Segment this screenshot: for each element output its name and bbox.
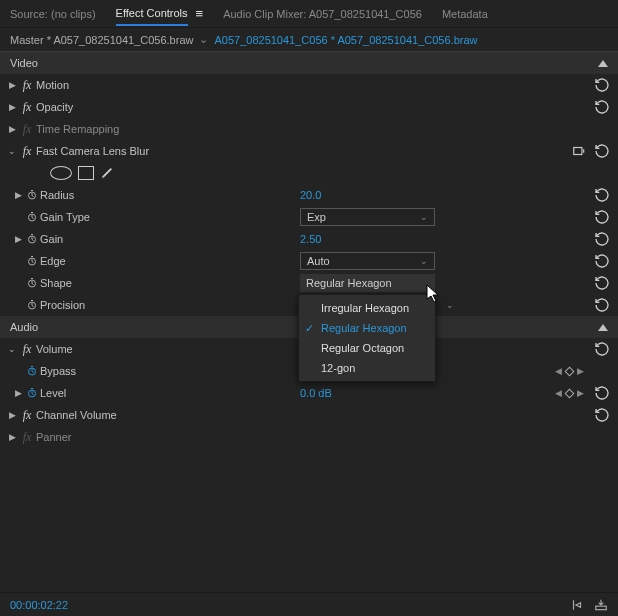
dropdown-value: Exp	[307, 211, 326, 223]
menu-item-12-gon[interactable]: 12-gon	[299, 358, 435, 378]
clip-path-row: Master * A057_08251041_C056.braw ⌄ A057_…	[0, 28, 618, 52]
menu-item-irregular-hexagon[interactable]: Irregular Hexagon	[299, 298, 435, 318]
sequence-clip-label[interactable]: A057_08251041_C056 * A057_08251041_C056.…	[214, 34, 477, 46]
prev-keyframe-icon[interactable]: ◀	[555, 366, 562, 376]
menu-item-label: Regular Octagon	[321, 342, 404, 354]
expand-caret[interactable]: ▶	[6, 123, 18, 135]
expand-caret[interactable]: ▶	[6, 101, 18, 113]
chevron-down-icon[interactable]: ⌄	[446, 300, 454, 310]
param-edge-row[interactable]: Edge Auto ⌄	[0, 250, 618, 272]
reset-button[interactable]	[594, 294, 610, 316]
effect-opacity-row[interactable]: ▶ fx Opacity	[0, 96, 618, 118]
stopwatch-icon[interactable]	[24, 231, 40, 247]
collapse-up-icon[interactable]	[598, 324, 608, 331]
pin-icon[interactable]	[572, 144, 586, 158]
param-value[interactable]: 20.0	[300, 189, 321, 201]
expand-caret[interactable]: ▶	[6, 409, 18, 421]
effect-time-remapping-row[interactable]: ▶ fx Time Remapping	[0, 118, 618, 140]
pen-mask-tool[interactable]	[100, 164, 116, 182]
param-label: Gain	[40, 233, 63, 245]
svg-rect-9	[596, 606, 607, 610]
param-value[interactable]: 2.50	[300, 233, 321, 245]
effect-channel-volume-row[interactable]: ▶ fx Channel Volume	[0, 404, 618, 426]
stopwatch-active-icon[interactable]	[24, 363, 40, 379]
reset-button[interactable]	[594, 140, 610, 162]
reset-button[interactable]	[594, 382, 610, 404]
fx-badge-off[interactable]: fx	[18, 430, 36, 445]
reset-button[interactable]	[594, 228, 610, 250]
edge-dropdown[interactable]: Auto ⌄	[300, 252, 435, 270]
ellipse-mask-tool[interactable]	[50, 166, 72, 180]
stopwatch-icon[interactable]	[24, 275, 40, 291]
param-shape-row[interactable]: Shape Regular Hexagon	[0, 272, 618, 294]
master-clip-label[interactable]: Master * A057_08251041_C056.braw	[10, 34, 193, 46]
keyframe-nav[interactable]: ◀ ▶	[555, 382, 584, 404]
next-keyframe-icon[interactable]: ▶	[577, 388, 584, 398]
stopwatch-icon[interactable]	[24, 297, 40, 313]
menu-item-regular-octagon[interactable]: Regular Octagon	[299, 338, 435, 358]
fx-badge[interactable]: fx	[18, 342, 36, 357]
expand-caret[interactable]: ▶	[12, 233, 24, 245]
reset-button[interactable]	[594, 338, 610, 360]
effect-label: Fast Camera Lens Blur	[36, 145, 149, 157]
add-keyframe-icon[interactable]	[565, 366, 575, 376]
shape-dropdown[interactable]: Regular Hexagon	[300, 274, 435, 292]
tab-metadata[interactable]: Metadata	[442, 8, 488, 20]
stopwatch-active-icon[interactable]	[24, 385, 40, 401]
dropdown-value: Auto	[307, 255, 330, 267]
playhead-sync-icon[interactable]	[570, 598, 584, 612]
stopwatch-icon[interactable]	[24, 209, 40, 225]
tab-audio-mixer[interactable]: Audio Clip Mixer: A057_08251041_C056	[223, 8, 422, 20]
reset-button[interactable]	[594, 272, 610, 294]
param-level-row[interactable]: ▶ Level 0.0 dB ◀ ▶	[0, 382, 618, 404]
param-gain-row[interactable]: ▶ Gain 2.50	[0, 228, 618, 250]
panel-menu-icon[interactable]: ≡	[196, 6, 204, 21]
gain-type-dropdown[interactable]: Exp ⌄	[300, 208, 435, 226]
keyframe-nav[interactable]: ◀ ▶	[555, 360, 584, 382]
collapse-up-icon[interactable]	[598, 60, 608, 67]
param-label: Shape	[40, 277, 72, 289]
chevron-down-icon[interactable]: ⌄	[199, 33, 208, 46]
effect-panner-row[interactable]: ▶ fx Panner	[0, 426, 618, 448]
chevron-down-icon: ⌄	[420, 256, 428, 266]
reset-button[interactable]	[594, 184, 610, 206]
reset-button[interactable]	[594, 96, 610, 118]
fx-badge[interactable]: fx	[18, 144, 36, 159]
fx-badge-off[interactable]: fx	[18, 122, 36, 137]
fx-badge[interactable]: fx	[18, 408, 36, 423]
fx-badge[interactable]: fx	[18, 78, 36, 93]
stopwatch-icon[interactable]	[24, 253, 40, 269]
stopwatch-icon[interactable]	[24, 187, 40, 203]
param-label: Bypass	[40, 365, 76, 377]
param-radius-row[interactable]: ▶ Radius 20.0	[0, 184, 618, 206]
reset-button[interactable]	[594, 74, 610, 96]
effect-motion-row[interactable]: ▶ fx Motion	[0, 74, 618, 96]
menu-item-regular-hexagon[interactable]: ✓ Regular Hexagon	[299, 318, 435, 338]
collapse-caret[interactable]: ⌄	[6, 145, 18, 157]
next-keyframe-icon[interactable]: ▶	[577, 366, 584, 376]
prev-keyframe-icon[interactable]: ◀	[555, 388, 562, 398]
collapse-caret[interactable]: ⌄	[6, 343, 18, 355]
checkmark-icon: ✓	[305, 322, 314, 335]
expand-caret[interactable]: ▶	[12, 189, 24, 201]
expand-caret[interactable]: ▶	[6, 431, 18, 443]
add-keyframe-icon[interactable]	[565, 388, 575, 398]
expand-caret[interactable]: ▶	[6, 79, 18, 91]
fx-badge[interactable]: fx	[18, 100, 36, 115]
footer-bar: 00:00:02:22	[0, 592, 618, 616]
chevron-down-icon: ⌄	[420, 212, 428, 222]
reset-button[interactable]	[594, 250, 610, 272]
menu-item-label: Irregular Hexagon	[321, 302, 409, 314]
param-gain-type-row[interactable]: Gain Type Exp ⌄	[0, 206, 618, 228]
output-icon[interactable]	[594, 598, 608, 612]
reset-button[interactable]	[594, 206, 610, 228]
timecode[interactable]: 00:00:02:22	[10, 599, 68, 611]
rectangle-mask-tool[interactable]	[78, 166, 94, 180]
panel-tabs: Source: (no clips) Effect Controls ≡ Aud…	[0, 0, 618, 28]
tab-effect-controls[interactable]: Effect Controls	[116, 7, 188, 26]
reset-button[interactable]	[594, 404, 610, 426]
param-value[interactable]: 0.0 dB	[300, 387, 332, 399]
expand-caret[interactable]: ▶	[12, 387, 24, 399]
tab-source[interactable]: Source: (no clips)	[10, 8, 96, 20]
effect-fclb-row[interactable]: ⌄ fx Fast Camera Lens Blur	[0, 140, 618, 162]
